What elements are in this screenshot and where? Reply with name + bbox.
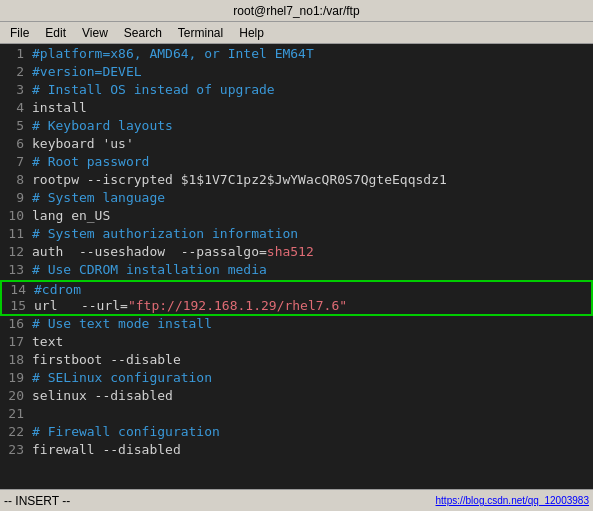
line-number: 13: [4, 262, 32, 277]
line-number: 21: [4, 406, 32, 421]
line-number: 9: [4, 190, 32, 205]
line-number: 22: [4, 424, 32, 439]
line-row: 11# System authorization information: [0, 226, 593, 244]
line-content: firewall --disabled: [32, 442, 589, 457]
line-number: 6: [4, 136, 32, 151]
title-bar: root@rhel7_no1:/var/ftp: [0, 0, 593, 22]
line-content: #version=DEVEL: [32, 64, 589, 79]
line-row: 18firstboot --disable: [0, 352, 593, 370]
line-content: rootpw --iscrypted $1$1V7C1pz2$JwYWacQR0…: [32, 172, 589, 187]
line-number: 2: [4, 64, 32, 79]
line-content: firstboot --disable: [32, 352, 589, 367]
line-row: 9# System language: [0, 190, 593, 208]
menu-edit[interactable]: Edit: [39, 25, 72, 41]
line-row: 15url --url="ftp://192.168.1.29/rhel7.6": [0, 298, 593, 316]
line-content: keyboard 'us': [32, 136, 589, 151]
menu-view[interactable]: View: [76, 25, 114, 41]
line-number: 23: [4, 442, 32, 457]
line-number: 8: [4, 172, 32, 187]
line-number: 1: [4, 46, 32, 61]
line-content: # Root password: [32, 154, 589, 169]
line-number: 7: [4, 154, 32, 169]
line-number: 12: [4, 244, 32, 259]
line-row: 12auth --useshadow --passalgo=sha512: [0, 244, 593, 262]
line-row: 4install: [0, 100, 593, 118]
line-content: auth --useshadow --passalgo=sha512: [32, 244, 589, 259]
line-row: 16# Use text mode install: [0, 316, 593, 334]
line-row: 5# Keyboard layouts: [0, 118, 593, 136]
line-content: # System authorization information: [32, 226, 589, 241]
line-number: 4: [4, 100, 32, 115]
line-row: 3# Install OS instead of upgrade: [0, 82, 593, 100]
line-content: # Use text mode install: [32, 316, 589, 331]
line-number: 19: [4, 370, 32, 385]
line-row: 21: [0, 406, 593, 424]
line-content: # System language: [32, 190, 589, 205]
line-row: 10lang en_US: [0, 208, 593, 226]
line-row: 8rootpw --iscrypted $1$1V7C1pz2$JwYWacQR…: [0, 172, 593, 190]
line-number: 14: [6, 282, 34, 297]
line-row: 1#platform=x86, AMD64, or Intel EM64T: [0, 46, 593, 64]
line-content: lang en_US: [32, 208, 589, 223]
line-content: text: [32, 334, 589, 349]
status-bar: -- INSERT -- https://blog.csdn.net/qq_12…: [0, 489, 593, 511]
line-number: 20: [4, 388, 32, 403]
menu-search[interactable]: Search: [118, 25, 168, 41]
line-number: 15: [6, 298, 34, 313]
line-row: 22# Firewall configuration: [0, 424, 593, 442]
line-content: #cdrom: [34, 282, 587, 297]
line-row: 6keyboard 'us': [0, 136, 593, 154]
line-row: 20selinux --disabled: [0, 388, 593, 406]
line-number: 18: [4, 352, 32, 367]
line-number: 11: [4, 226, 32, 241]
line-number: 3: [4, 82, 32, 97]
line-content: # Install OS instead of upgrade: [32, 82, 589, 97]
line-row: 14#cdrom: [0, 280, 593, 298]
insert-mode-label: -- INSERT --: [4, 494, 70, 508]
line-row: 17text: [0, 334, 593, 352]
bottom-url[interactable]: https://blog.csdn.net/qq_12003983: [436, 495, 589, 506]
line-row: 7# Root password: [0, 154, 593, 172]
line-content: # Firewall configuration: [32, 424, 589, 439]
line-content: # SELinux configuration: [32, 370, 589, 385]
line-number: 5: [4, 118, 32, 133]
menu-terminal[interactable]: Terminal: [172, 25, 229, 41]
menu-file[interactable]: File: [4, 25, 35, 41]
editor: 1#platform=x86, AMD64, or Intel EM64T2#v…: [0, 44, 593, 489]
line-row: 23firewall --disabled: [0, 442, 593, 460]
line-content: # Keyboard layouts: [32, 118, 589, 133]
line-row: 19# SELinux configuration: [0, 370, 593, 388]
line-number: 16: [4, 316, 32, 331]
line-content: # Use CDROM installation media: [32, 262, 589, 277]
line-number: 17: [4, 334, 32, 349]
menu-help[interactable]: Help: [233, 25, 270, 41]
menu-bar: File Edit View Search Terminal Help: [0, 22, 593, 44]
line-content: #platform=x86, AMD64, or Intel EM64T: [32, 46, 589, 61]
line-content: url --url="ftp://192.168.1.29/rhel7.6": [34, 298, 587, 313]
line-content: selinux --disabled: [32, 388, 589, 403]
line-row: 2#version=DEVEL: [0, 64, 593, 82]
title-text: root@rhel7_no1:/var/ftp: [233, 4, 359, 18]
line-content: install: [32, 100, 589, 115]
line-row: 13# Use CDROM installation media: [0, 262, 593, 280]
line-number: 10: [4, 208, 32, 223]
